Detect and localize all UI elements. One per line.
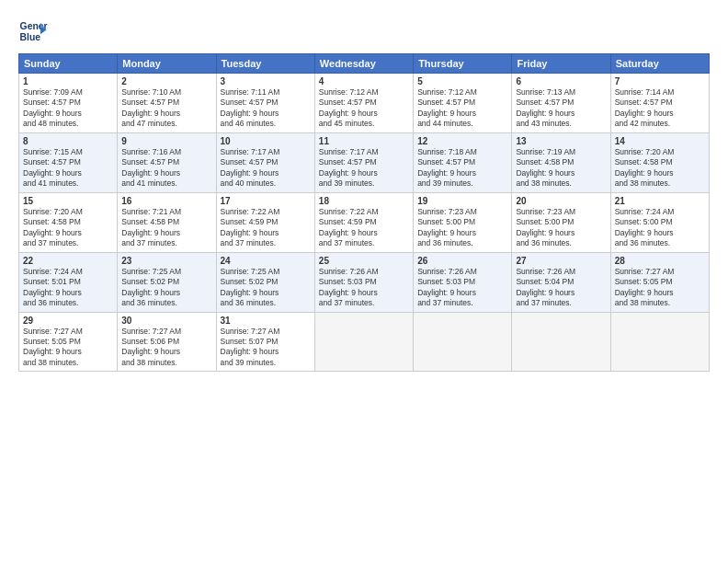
day-number: 6: [516, 76, 606, 86]
col-header-friday: Friday: [512, 54, 610, 74]
calendar-cell: [414, 312, 512, 372]
day-info: Sunrise: 7:27 AM Sunset: 5:05 PM Dayligh…: [23, 327, 113, 369]
calendar-cell: 30Sunrise: 7:27 AM Sunset: 5:06 PM Dayli…: [118, 312, 216, 372]
col-header-sunday: Sunday: [19, 54, 118, 74]
calendar-cell: 17Sunrise: 7:22 AM Sunset: 4:59 PM Dayli…: [216, 192, 314, 252]
day-number: 2: [121, 76, 211, 86]
day-info: Sunrise: 7:20 AM Sunset: 4:58 PM Dayligh…: [23, 207, 113, 249]
day-number: 19: [417, 196, 507, 206]
day-info: Sunrise: 7:21 AM Sunset: 4:58 PM Dayligh…: [121, 207, 211, 249]
day-number: 13: [516, 136, 606, 146]
calendar-cell: 9Sunrise: 7:16 AM Sunset: 4:57 PM Daylig…: [118, 132, 216, 192]
day-info: Sunrise: 7:20 AM Sunset: 4:58 PM Dayligh…: [615, 147, 705, 190]
day-info: Sunrise: 7:14 AM Sunset: 4:57 PM Dayligh…: [615, 87, 705, 130]
calendar-cell: 19Sunrise: 7:23 AM Sunset: 5:00 PM Dayli…: [414, 192, 512, 252]
day-number: 20: [516, 196, 606, 206]
day-number: 27: [516, 256, 606, 266]
day-info: Sunrise: 7:11 AM Sunset: 4:57 PM Dayligh…: [221, 87, 311, 130]
col-header-thursday: Thursday: [414, 54, 512, 74]
calendar-table: SundayMondayTuesdayWednesdayThursdayFrid…: [18, 53, 710, 372]
day-number: 15: [23, 196, 113, 206]
day-number: 31: [221, 316, 311, 326]
day-info: Sunrise: 7:18 AM Sunset: 4:57 PM Dayligh…: [417, 147, 507, 190]
calendar-cell: 10Sunrise: 7:17 AM Sunset: 4:57 PM Dayli…: [216, 132, 314, 192]
day-number: 12: [417, 136, 507, 146]
calendar-cell: 11Sunrise: 7:17 AM Sunset: 4:57 PM Dayli…: [314, 132, 413, 192]
day-number: 25: [319, 256, 409, 266]
calendar-cell: 24Sunrise: 7:25 AM Sunset: 5:02 PM Dayli…: [216, 252, 314, 312]
calendar-cell: 1Sunrise: 7:09 AM Sunset: 4:57 PM Daylig…: [19, 74, 118, 133]
day-number: 1: [23, 76, 113, 86]
page: General Blue SundayMondayTuesdayWednesda…: [0, 0, 728, 563]
day-info: Sunrise: 7:15 AM Sunset: 4:57 PM Dayligh…: [23, 147, 113, 190]
day-info: Sunrise: 7:25 AM Sunset: 5:02 PM Dayligh…: [221, 267, 311, 309]
logo: General Blue: [18, 17, 48, 46]
day-number: 30: [121, 316, 211, 326]
day-number: 18: [319, 196, 409, 206]
calendar-cell: 18Sunrise: 7:22 AM Sunset: 4:59 PM Dayli…: [314, 192, 413, 252]
day-info: Sunrise: 7:25 AM Sunset: 5:02 PM Dayligh…: [121, 267, 211, 309]
day-info: Sunrise: 7:13 AM Sunset: 4:57 PM Dayligh…: [516, 87, 606, 130]
day-info: Sunrise: 7:24 AM Sunset: 5:00 PM Dayligh…: [615, 207, 705, 249]
day-info: Sunrise: 7:12 AM Sunset: 4:57 PM Dayligh…: [319, 87, 409, 130]
calendar-cell: [610, 312, 709, 372]
day-number: 21: [615, 196, 705, 206]
calendar-cell: 25Sunrise: 7:26 AM Sunset: 5:03 PM Dayli…: [314, 252, 413, 312]
day-number: 9: [121, 136, 211, 146]
calendar-cell: 4Sunrise: 7:12 AM Sunset: 4:57 PM Daylig…: [314, 74, 413, 133]
calendar-cell: [314, 312, 413, 372]
day-number: 24: [221, 256, 311, 266]
calendar-cell: 15Sunrise: 7:20 AM Sunset: 4:58 PM Dayli…: [19, 192, 118, 252]
day-info: Sunrise: 7:26 AM Sunset: 5:03 PM Dayligh…: [417, 267, 507, 309]
day-info: Sunrise: 7:22 AM Sunset: 4:59 PM Dayligh…: [221, 207, 311, 249]
day-number: 26: [417, 256, 507, 266]
calendar-cell: 29Sunrise: 7:27 AM Sunset: 5:05 PM Dayli…: [19, 312, 118, 372]
day-info: Sunrise: 7:22 AM Sunset: 4:59 PM Dayligh…: [319, 207, 409, 249]
calendar-cell: 14Sunrise: 7:20 AM Sunset: 4:58 PM Dayli…: [610, 132, 709, 192]
day-number: 10: [221, 136, 311, 146]
day-info: Sunrise: 7:27 AM Sunset: 5:05 PM Dayligh…: [615, 267, 705, 309]
day-info: Sunrise: 7:23 AM Sunset: 5:00 PM Dayligh…: [417, 207, 507, 249]
day-number: 4: [319, 76, 409, 86]
calendar-cell: 21Sunrise: 7:24 AM Sunset: 5:00 PM Dayli…: [610, 192, 709, 252]
calendar-cell: 20Sunrise: 7:23 AM Sunset: 5:00 PM Dayli…: [512, 192, 610, 252]
day-info: Sunrise: 7:09 AM Sunset: 4:57 PM Dayligh…: [23, 87, 113, 130]
day-info: Sunrise: 7:12 AM Sunset: 4:57 PM Dayligh…: [417, 87, 507, 130]
calendar-cell: 22Sunrise: 7:24 AM Sunset: 5:01 PM Dayli…: [19, 252, 118, 312]
calendar-cell: 31Sunrise: 7:27 AM Sunset: 5:07 PM Dayli…: [216, 312, 314, 372]
col-header-wednesday: Wednesday: [314, 54, 413, 74]
day-info: Sunrise: 7:17 AM Sunset: 4:57 PM Dayligh…: [221, 147, 311, 190]
day-number: 8: [23, 136, 113, 146]
calendar-cell: 26Sunrise: 7:26 AM Sunset: 5:03 PM Dayli…: [414, 252, 512, 312]
col-header-monday: Monday: [118, 54, 216, 74]
day-info: Sunrise: 7:19 AM Sunset: 4:58 PM Dayligh…: [516, 147, 606, 190]
day-number: 7: [615, 76, 705, 86]
day-number: 3: [221, 76, 311, 86]
day-info: Sunrise: 7:27 AM Sunset: 5:07 PM Dayligh…: [221, 327, 311, 369]
day-info: Sunrise: 7:17 AM Sunset: 4:57 PM Dayligh…: [319, 147, 409, 190]
day-info: Sunrise: 7:26 AM Sunset: 5:03 PM Dayligh…: [319, 267, 409, 309]
calendar-cell: 28Sunrise: 7:27 AM Sunset: 5:05 PM Dayli…: [610, 252, 709, 312]
day-info: Sunrise: 7:26 AM Sunset: 5:04 PM Dayligh…: [516, 267, 606, 309]
calendar-cell: 16Sunrise: 7:21 AM Sunset: 4:58 PM Dayli…: [118, 192, 216, 252]
day-info: Sunrise: 7:16 AM Sunset: 4:57 PM Dayligh…: [121, 147, 211, 190]
calendar-cell: 5Sunrise: 7:12 AM Sunset: 4:57 PM Daylig…: [414, 74, 512, 133]
day-number: 5: [417, 76, 507, 86]
day-number: 23: [121, 256, 211, 266]
day-number: 16: [121, 196, 211, 206]
calendar-cell: 27Sunrise: 7:26 AM Sunset: 5:04 PM Dayli…: [512, 252, 610, 312]
calendar-cell: 12Sunrise: 7:18 AM Sunset: 4:57 PM Dayli…: [414, 132, 512, 192]
day-number: 22: [23, 256, 113, 266]
day-number: 11: [319, 136, 409, 146]
calendar-cell: [512, 312, 610, 372]
header: General Blue: [18, 17, 710, 46]
calendar-cell: 6Sunrise: 7:13 AM Sunset: 4:57 PM Daylig…: [512, 74, 610, 133]
day-info: Sunrise: 7:23 AM Sunset: 5:00 PM Dayligh…: [516, 207, 606, 249]
svg-text:Blue: Blue: [20, 32, 41, 42]
logo-icon: General Blue: [18, 17, 48, 46]
calendar-cell: 7Sunrise: 7:14 AM Sunset: 4:57 PM Daylig…: [610, 74, 709, 133]
calendar-cell: 3Sunrise: 7:11 AM Sunset: 4:57 PM Daylig…: [216, 74, 314, 133]
day-info: Sunrise: 7:10 AM Sunset: 4:57 PM Dayligh…: [121, 87, 211, 130]
col-header-tuesday: Tuesday: [216, 54, 314, 74]
day-number: 28: [615, 256, 705, 266]
